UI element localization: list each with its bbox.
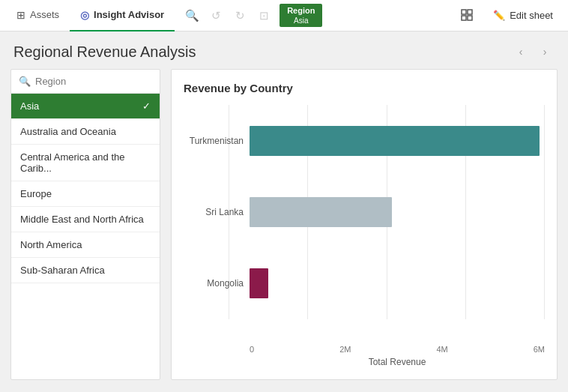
edit-sheet-label: Edit sheet bbox=[510, 10, 553, 21]
list-item-label: North America bbox=[20, 239, 82, 250]
region-tag-value: Asia bbox=[294, 16, 308, 25]
toolbar-icons: 🔍 ↺ ↻ ⊡ bbox=[181, 4, 275, 27]
search-input[interactable] bbox=[35, 76, 152, 87]
prev-arrow[interactable]: ‹ bbox=[511, 42, 531, 61]
list-item[interactable]: Europe bbox=[11, 181, 160, 207]
edit-sheet-button[interactable]: ✏️ Edit sheet bbox=[484, 7, 562, 24]
right-toolbar: ✏️ Edit sheet bbox=[456, 4, 562, 28]
bar-row: Mongolia bbox=[184, 268, 545, 298]
checkmark-icon: ✓ bbox=[142, 100, 151, 112]
list-item-label: Australia and Oceania bbox=[20, 126, 116, 137]
bar-track bbox=[250, 268, 545, 298]
undo-icon-btn[interactable]: ↺ bbox=[205, 4, 227, 27]
assets-label: Assets bbox=[30, 9, 59, 20]
top-nav: ⊞ Assets ◎ Insight Advisor 🔍 ↺ ↻ ⊡ Regio… bbox=[0, 0, 568, 31]
bar-track bbox=[250, 197, 545, 227]
chart-title: Revenue by Country bbox=[184, 82, 545, 94]
region-tag-label: Region bbox=[287, 5, 315, 16]
snapshot-icon-btn[interactable]: ⊡ bbox=[253, 4, 275, 27]
content-area: 🔍 Asia✓Australia and OceaniaCentral Amer… bbox=[0, 69, 568, 391]
search-icon-btn[interactable]: 🔍 bbox=[181, 4, 203, 27]
x-axis-label: 6M bbox=[534, 345, 545, 354]
list-item[interactable]: North America bbox=[11, 232, 160, 258]
svg-rect-1 bbox=[468, 10, 472, 14]
svg-rect-3 bbox=[468, 16, 472, 20]
list-item-label: Central America and the Carib... bbox=[20, 151, 124, 174]
x-axis: 02M4M6M bbox=[250, 342, 545, 354]
bar-fill bbox=[250, 268, 268, 298]
svg-rect-0 bbox=[462, 10, 466, 14]
bar-label: Turkmenistan bbox=[184, 136, 250, 146]
list-item-label: Sub-Saharan Africa bbox=[20, 265, 105, 276]
assets-icon: ⊞ bbox=[16, 9, 25, 21]
grid-icon-btn[interactable] bbox=[456, 4, 480, 28]
next-arrow[interactable]: › bbox=[535, 42, 555, 61]
bar-row: Sri Lanka bbox=[184, 197, 545, 227]
list-item[interactable]: Australia and Oceania bbox=[11, 119, 160, 145]
x-axis-label: 0 bbox=[250, 345, 254, 354]
bar-label: Mongolia bbox=[184, 278, 250, 289]
chart-area: Turkmenistan Sri Lanka Mongolia 02M4M6M … bbox=[184, 105, 545, 367]
page-title: Regional Revenue Analysis bbox=[13, 43, 511, 61]
list-item[interactable]: Middle East and North Africa bbox=[11, 207, 160, 232]
list-item[interactable]: Central America and the Carib... bbox=[11, 145, 160, 181]
x-axis-title: Total Revenue bbox=[250, 357, 545, 367]
redo-icon-btn[interactable]: ↻ bbox=[229, 4, 251, 27]
x-axis-label: 4M bbox=[436, 345, 447, 354]
left-panel: 🔍 Asia✓Australia and OceaniaCentral Amer… bbox=[10, 69, 160, 380]
x-axis-label: 2M bbox=[339, 345, 351, 354]
list-item-label: Asia bbox=[20, 100, 39, 112]
region-list: Asia✓Australia and OceaniaCentral Americ… bbox=[11, 94, 160, 379]
svg-rect-2 bbox=[462, 16, 466, 20]
search-bar: 🔍 bbox=[11, 70, 160, 94]
insight-advisor-icon: ◎ bbox=[80, 9, 89, 21]
list-item[interactable]: Sub-Saharan Africa bbox=[11, 258, 160, 283]
region-tag[interactable]: Region Asia bbox=[280, 4, 322, 27]
nav-arrows: ‹ › bbox=[511, 42, 555, 61]
edit-icon: ✏️ bbox=[493, 10, 505, 21]
bar-track bbox=[250, 126, 545, 156]
search-icon: 🔍 bbox=[19, 76, 31, 87]
list-item-label: Middle East and North Africa bbox=[20, 214, 144, 225]
list-item-label: Europe bbox=[20, 188, 52, 199]
bars-container: Turkmenistan Sri Lanka Mongolia bbox=[184, 105, 545, 342]
tab-insight-advisor[interactable]: ◎ Insight Advisor bbox=[70, 0, 175, 31]
bar-fill bbox=[250, 197, 392, 227]
bar-label: Sri Lanka bbox=[184, 207, 250, 217]
bar-fill bbox=[250, 126, 540, 156]
insight-advisor-label: Insight Advisor bbox=[94, 9, 164, 20]
chart-panel: Revenue by Country Turkmenistan Sri Lank… bbox=[171, 69, 558, 380]
bar-row: Turkmenistan bbox=[184, 126, 545, 156]
page-header: Regional Revenue Analysis ‹ › bbox=[0, 31, 568, 69]
tab-assets[interactable]: ⊞ Assets bbox=[6, 0, 70, 31]
list-item[interactable]: Asia✓ bbox=[11, 94, 160, 119]
